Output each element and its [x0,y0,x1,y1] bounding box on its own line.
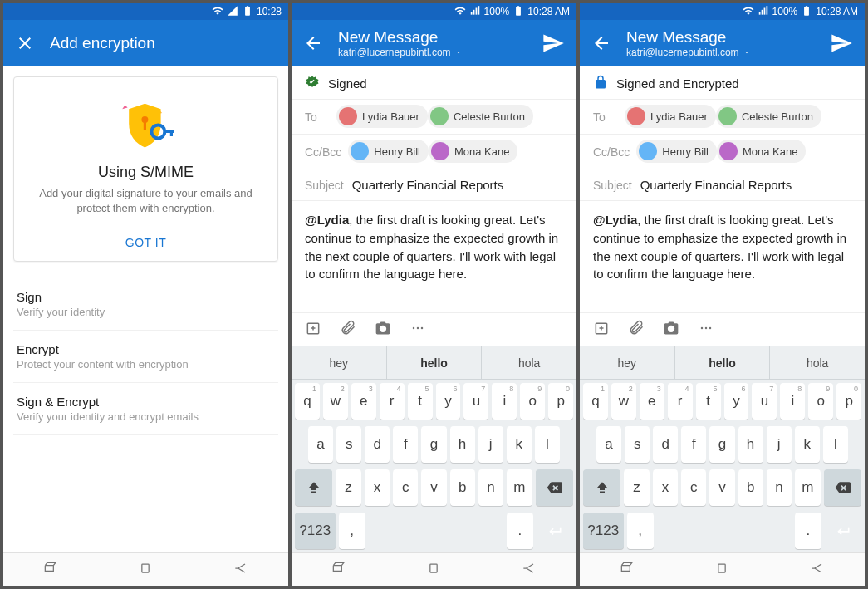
recipient-chip[interactable]: Celeste Burton [428,105,533,128]
key-y[interactable]: y6 [724,383,749,420]
comma-key[interactable]: , [627,513,654,549]
key-n[interactable]: n [767,469,792,506]
key-o[interactable]: o9 [808,383,833,420]
backspace-key[interactable] [824,469,861,506]
key-q[interactable]: q1 [295,383,320,420]
back-icon[interactable] [591,33,611,53]
suggestion-3[interactable]: hola [770,346,865,379]
enter-key[interactable] [825,513,861,549]
key-m[interactable]: m [507,469,532,506]
camera-icon[interactable] [375,320,391,340]
subject-input[interactable] [640,178,851,192]
space-key[interactable] [369,513,503,549]
key-v[interactable]: v [709,469,734,506]
send-button[interactable] [830,32,853,55]
key-k[interactable]: k [507,426,532,463]
more-icon[interactable] [409,320,426,340]
suggestion-2[interactable]: hello [675,346,771,379]
key-m[interactable]: m [795,469,820,506]
key-u[interactable]: u7 [463,383,488,420]
attachment-icon[interactable] [340,320,356,340]
option-sign[interactable]: Sign Verify your identity [13,278,278,331]
period-key[interactable]: . [507,513,533,549]
key-s[interactable]: s [625,426,650,463]
recent-apps-icon[interactable] [42,560,59,580]
back-nav-icon[interactable] [521,560,537,580]
comma-key[interactable]: , [339,513,365,549]
to-field[interactable]: To Lydia BauerCeleste Burton [580,99,865,134]
home-icon[interactable] [714,560,730,580]
camera-icon[interactable] [663,320,679,340]
account-selector[interactable]: katri@lucernepubintl.com [626,47,830,58]
shift-key[interactable] [583,469,620,506]
symbols-key[interactable]: ?123 [583,513,624,549]
key-z[interactable]: z [624,469,649,506]
shift-key[interactable] [295,469,332,506]
key-b[interactable]: b [450,469,475,506]
home-icon[interactable] [425,560,442,580]
option-encrypt[interactable]: Encrypt Protect your content with encryp… [13,331,278,383]
key-f[interactable]: f [681,426,706,463]
key-j[interactable]: j [478,426,503,463]
key-a[interactable]: a [308,426,333,463]
option-sign-encrypt[interactable]: Sign & Encrypt Verify your identity and … [13,383,278,435]
key-u[interactable]: u7 [752,383,777,420]
key-d[interactable]: d [653,426,678,463]
recipient-chip[interactable]: Mona Kane [717,140,807,163]
key-r[interactable]: r4 [380,383,405,420]
add-event-icon[interactable] [593,320,610,340]
cc-bcc-field[interactable]: Cc/Bcc Henry BillMona Kane [580,134,865,169]
key-t[interactable]: t5 [696,383,721,420]
key-f[interactable]: f [393,426,418,463]
key-i[interactable]: i8 [780,383,805,420]
enter-key[interactable] [537,513,573,549]
recent-apps-icon[interactable] [331,560,347,580]
home-icon[interactable] [137,560,154,580]
key-h[interactable]: h [738,426,763,463]
message-body[interactable]: @Lydia, the first draft is looking great… [292,200,576,312]
suggestion-1[interactable]: hey [292,346,387,379]
more-icon[interactable] [698,320,714,340]
recipient-chip[interactable]: Celeste Burton [716,105,821,128]
recipient-chip[interactable]: Lydia Bauer [336,105,428,128]
key-w[interactable]: w2 [611,383,636,420]
key-l[interactable]: l [535,426,560,463]
recipient-chip[interactable]: Henry Bill [348,140,429,163]
key-c[interactable]: c [393,469,418,506]
key-d[interactable]: d [365,426,390,463]
recent-apps-icon[interactable] [619,560,635,580]
key-j[interactable]: j [767,426,792,463]
key-n[interactable]: n [478,469,503,506]
recipient-chip[interactable]: Lydia Bauer [625,105,716,128]
send-button[interactable] [542,32,565,55]
key-t[interactable]: t5 [408,383,433,420]
encryption-status-row[interactable]: Signed [292,66,576,99]
add-event-icon[interactable] [305,320,321,340]
key-l[interactable]: l [823,426,848,463]
to-field[interactable]: To Lydia BauerCeleste Burton [292,99,576,134]
key-h[interactable]: h [450,426,475,463]
space-key[interactable] [657,513,792,549]
close-icon[interactable] [15,33,35,53]
key-v[interactable]: v [421,469,446,506]
key-y[interactable]: y6 [436,383,461,420]
key-x[interactable]: x [365,469,390,506]
key-x[interactable]: x [653,469,678,506]
key-c[interactable]: c [681,469,706,506]
encryption-status-row[interactable]: Signed and Encrypted [580,66,865,99]
subject-input[interactable] [352,178,563,192]
key-r[interactable]: r4 [668,383,693,420]
symbols-key[interactable]: ?123 [295,513,336,549]
key-b[interactable]: b [738,469,763,506]
recipient-chip[interactable]: Mona Kane [429,140,518,163]
got-it-button[interactable]: GOT IT [31,228,261,251]
key-e[interactable]: e3 [640,383,664,420]
account-selector[interactable]: katri@lucernepubintl.com [338,47,542,58]
key-z[interactable]: z [336,469,360,506]
key-k[interactable]: k [795,426,820,463]
key-p[interactable]: p0 [548,383,573,420]
key-g[interactable]: g [421,426,446,463]
key-p[interactable]: p0 [836,383,861,420]
recipient-chip[interactable]: Henry Bill [636,140,717,163]
key-g[interactable]: g [709,426,734,463]
